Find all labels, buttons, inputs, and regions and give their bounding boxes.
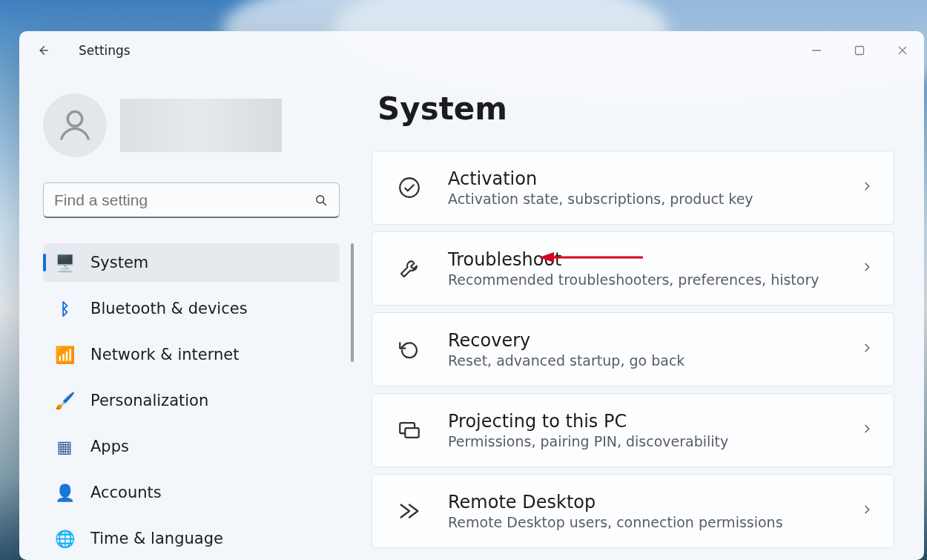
check-circle-icon: [395, 173, 424, 202]
close-button[interactable]: [881, 31, 924, 70]
sidebar-item-label: Accounts: [90, 484, 162, 501]
card-remote-desktop[interactable]: Remote Desktop Remote Desktop users, con…: [372, 474, 894, 548]
chevron-right-icon: [861, 423, 873, 438]
sidebar-scrollbar[interactable]: [351, 243, 354, 362]
sidebar-item-apps[interactable]: ▦ Apps: [43, 427, 340, 466]
sidebar-item-bluetooth[interactable]: ᛒ Bluetooth & devices: [43, 289, 340, 328]
sidebar-item-label: Time & language: [90, 530, 223, 547]
maximize-button[interactable]: [838, 31, 881, 70]
card-subtitle: Recommended troubleshooters, preferences…: [448, 271, 819, 288]
apps-icon: ▦: [55, 437, 74, 456]
sidebar-item-label: Bluetooth & devices: [90, 300, 248, 317]
wifi-icon: 📶: [55, 345, 74, 364]
sidebar-item-label: Personalization: [90, 392, 208, 409]
back-button[interactable]: [30, 37, 56, 64]
sidebar-item-label: System: [90, 254, 148, 271]
user-icon: [56, 106, 94, 145]
settings-list: Activation Activation state, subscriptio…: [372, 151, 894, 548]
sidebar-item-accounts[interactable]: 👤 Accounts: [43, 473, 340, 512]
card-activation[interactable]: Activation Activation state, subscriptio…: [372, 151, 894, 225]
chevron-right-icon: [861, 342, 873, 357]
sidebar-item-network[interactable]: 📶 Network & internet: [43, 335, 340, 374]
main-content: System Activation Activation state, subs…: [372, 70, 924, 560]
avatar: [43, 93, 107, 157]
profile-info-redacted: [120, 99, 282, 152]
bluetooth-icon: ᛒ: [55, 299, 74, 318]
title-bar: Settings: [19, 31, 924, 70]
back-arrow-icon: [36, 44, 50, 57]
remote-desktop-icon: [395, 496, 424, 526]
sidebar-item-system[interactable]: 🖥️ System: [43, 243, 340, 282]
sidebar-nav: 🖥️ System ᛒ Bluetooth & devices 📶 Networ…: [43, 243, 357, 558]
card-subtitle: Activation state, subscriptions, product…: [448, 191, 753, 207]
svg-point-3: [400, 178, 419, 197]
card-title: Troubleshoot: [448, 249, 819, 270]
minimize-button[interactable]: [795, 31, 838, 70]
card-title: Projecting to this PC: [448, 411, 728, 432]
card-subtitle: Reset, advanced startup, go back: [448, 352, 684, 369]
recovery-icon: [395, 335, 424, 364]
wrench-icon: [395, 254, 424, 283]
chevron-right-icon: [861, 261, 873, 276]
system-icon: 🖥️: [55, 253, 74, 272]
card-title: Recovery: [448, 330, 684, 351]
sidebar-item-personalization[interactable]: 🖌️ Personalization: [43, 381, 340, 420]
window-title: Settings: [79, 43, 131, 58]
sidebar-item-time-language[interactable]: 🌐 Time & language: [43, 519, 340, 558]
settings-window: Settings: [19, 31, 924, 560]
projecting-icon: [395, 415, 424, 445]
page-title: System: [377, 90, 894, 127]
chevron-right-icon: [861, 504, 873, 518]
search-icon: [314, 193, 329, 208]
search-input[interactable]: [54, 191, 314, 209]
card-title: Remote Desktop: [448, 492, 783, 513]
card-subtitle: Permissions, pairing PIN, discoverabilit…: [448, 433, 728, 449]
svg-rect-7: [405, 428, 418, 438]
svg-point-1: [67, 112, 82, 127]
window-controls: [795, 31, 924, 70]
close-icon: [897, 45, 908, 56]
brush-icon: 🖌️: [55, 391, 74, 410]
globe-icon: 🌐: [55, 529, 74, 548]
card-subtitle: Remote Desktop users, connection permiss…: [448, 514, 783, 530]
sidebar: 🖥️ System ᛒ Bluetooth & devices 📶 Networ…: [19, 70, 372, 560]
card-troubleshoot[interactable]: Troubleshoot Recommended troubleshooters…: [372, 231, 894, 306]
maximize-icon: [854, 45, 865, 56]
accounts-icon: 👤: [55, 483, 74, 502]
minimize-icon: [811, 45, 822, 56]
card-recovery[interactable]: Recovery Reset, advanced startup, go bac…: [372, 312, 894, 386]
profile-block[interactable]: [43, 93, 357, 157]
sidebar-item-label: Network & internet: [90, 346, 239, 363]
chevron-right-icon: [861, 180, 873, 195]
svg-rect-0: [856, 47, 864, 55]
search-box[interactable]: [43, 182, 340, 218]
card-projecting[interactable]: Projecting to this PC Permissions, pairi…: [372, 393, 894, 467]
card-title: Activation: [448, 168, 753, 189]
sidebar-item-label: Apps: [90, 438, 129, 455]
